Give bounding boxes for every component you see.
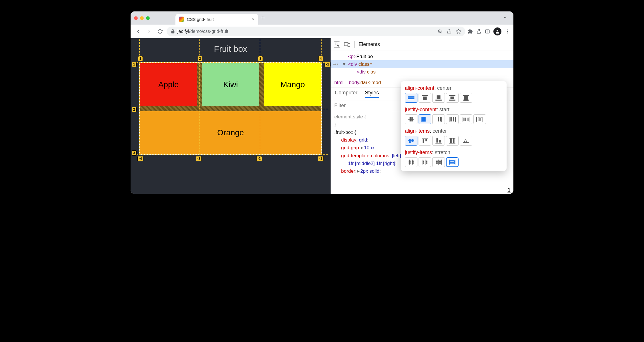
justify-content-space-evenly-option[interactable]	[473, 114, 486, 124]
align-items-end-option[interactable]	[432, 136, 445, 146]
svg-rect-75	[423, 162, 424, 164]
menu-icon[interactable]	[505, 29, 510, 34]
svg-rect-15	[348, 43, 350, 47]
svg-rect-7	[485, 30, 489, 33]
justify-content-label: justify-content	[405, 107, 437, 112]
content-area: Fruit box Apple Kiwi Mango Orange 1	[131, 38, 513, 194]
close-tab-button[interactable]: ×	[252, 16, 255, 22]
crumb-html[interactable]: html	[334, 80, 343, 85]
align-items-baseline-option[interactable]: A	[460, 136, 472, 146]
browser-window: CSS grid- fruit × + jec.fyi/demo/css-gri…	[131, 11, 513, 194]
line-number[interactable]: 1	[507, 187, 511, 193]
dom-node-selected[interactable]: •••▼<div class=	[331, 60, 513, 68]
labs-icon[interactable]	[476, 29, 481, 34]
svg-rect-35	[440, 117, 441, 121]
grid-alignment-editor: align-content: center justify-content: s…	[401, 81, 507, 171]
grid-label: -1	[318, 156, 324, 161]
svg-rect-16	[408, 97, 414, 98]
extensions-icon[interactable]	[468, 29, 473, 34]
svg-rect-68	[409, 161, 411, 162]
sidepanel-icon[interactable]	[485, 29, 490, 34]
align-items-center-option[interactable]	[405, 136, 417, 146]
svg-rect-13	[335, 43, 337, 45]
svg-rect-74	[423, 161, 424, 162]
justify-items-stretch-option[interactable]	[446, 157, 459, 167]
tab-styles[interactable]: Styles	[365, 90, 379, 98]
svg-point-12	[507, 32, 508, 33]
grid-cell-apple: Apple	[140, 63, 197, 106]
svg-rect-22	[449, 95, 455, 96]
devtools-tab-elements[interactable]: Elements	[359, 41, 380, 47]
grid-label: -4	[137, 156, 143, 161]
grid-cell-mango: Mango	[264, 63, 321, 106]
grid-cell-orange: Orange	[140, 111, 321, 154]
close-window-button[interactable]	[134, 16, 138, 20]
align-content-stretch-option[interactable]	[460, 93, 472, 103]
zoom-icon[interactable]	[437, 29, 443, 34]
grid-label: -3	[196, 156, 202, 161]
justify-content-center-option[interactable]	[405, 114, 417, 124]
svg-point-11	[507, 31, 508, 32]
justify-items-center-option[interactable]	[405, 157, 417, 167]
svg-rect-18	[422, 95, 428, 96]
svg-rect-21	[435, 100, 442, 101]
justify-content-end-option[interactable]	[432, 114, 445, 124]
crumb-body[interactable]: body	[349, 80, 359, 85]
svg-rect-42	[463, 118, 464, 121]
dom-node[interactable]: <div clas	[331, 68, 513, 76]
svg-rect-47	[478, 118, 479, 121]
svg-rect-81	[436, 162, 437, 164]
align-content-center-option[interactable]	[405, 93, 417, 103]
align-items-start-option[interactable]	[419, 136, 431, 146]
grid-label: 3	[258, 56, 263, 61]
justify-content-space-around-option[interactable]	[446, 114, 459, 124]
device-toolbar-button[interactable]	[344, 41, 350, 48]
inspect-element-button[interactable]	[334, 41, 340, 48]
svg-rect-71	[412, 162, 414, 164]
forward-button[interactable]	[145, 27, 153, 36]
tab-title: CSS grid- fruit	[187, 17, 249, 22]
tabs-dropdown-button[interactable]	[503, 15, 508, 21]
dom-node[interactable]: <p>Fruit bo	[331, 53, 513, 60]
justify-items-end-option[interactable]	[432, 157, 445, 167]
new-tab-button[interactable]: +	[261, 14, 265, 22]
maximize-window-button[interactable]	[146, 16, 150, 20]
bookmark-star-icon[interactable]	[456, 29, 461, 34]
svg-marker-5	[456, 29, 461, 33]
svg-rect-70	[412, 161, 414, 162]
favicon-icon	[179, 17, 184, 22]
align-items-stretch-option[interactable]	[446, 136, 459, 146]
svg-rect-44	[467, 118, 468, 121]
svg-rect-58	[439, 140, 441, 143]
grid-overlay-wrap: Apple Kiwi Mango Orange 1 2 3 4 1 2 3 -1…	[139, 62, 322, 155]
page-heading: Fruit box	[131, 44, 331, 54]
address-bar[interactable]: jec.fyi/demo/css-grid-fruit	[167, 27, 465, 36]
svg-text:A: A	[464, 138, 467, 144]
tab-computed[interactable]: Computed	[335, 90, 359, 98]
svg-rect-24	[449, 100, 455, 101]
lock-icon	[171, 29, 175, 34]
share-icon[interactable]	[447, 29, 452, 34]
svg-rect-39	[453, 117, 454, 121]
align-content-start-option[interactable]	[419, 93, 431, 103]
align-content-end-option[interactable]	[432, 93, 445, 103]
justify-content-group: justify-content: start	[405, 107, 503, 124]
svg-point-9	[497, 30, 498, 31]
svg-line-3	[441, 32, 442, 33]
grid-label: 3	[132, 150, 137, 156]
align-content-space-between-option[interactable]	[446, 93, 459, 103]
align-items-label: align-items	[405, 128, 430, 134]
justify-items-start-option[interactable]	[419, 157, 431, 167]
profile-avatar[interactable]	[493, 27, 501, 35]
svg-rect-69	[409, 162, 411, 164]
justify-content-start-option[interactable]	[419, 114, 431, 124]
grid-label: 4	[318, 56, 323, 61]
minimize-window-button[interactable]	[140, 16, 144, 20]
svg-rect-38	[451, 117, 452, 121]
dom-tree[interactable]: <p>Fruit bo •••▼<div class= <div clas	[331, 51, 513, 78]
back-button[interactable]	[134, 27, 143, 36]
browser-tab[interactable]: CSS grid- fruit ×	[175, 14, 258, 25]
justify-content-space-between-option[interactable]	[460, 114, 472, 124]
svg-rect-57	[436, 138, 438, 142]
reload-button[interactable]	[156, 27, 164, 36]
